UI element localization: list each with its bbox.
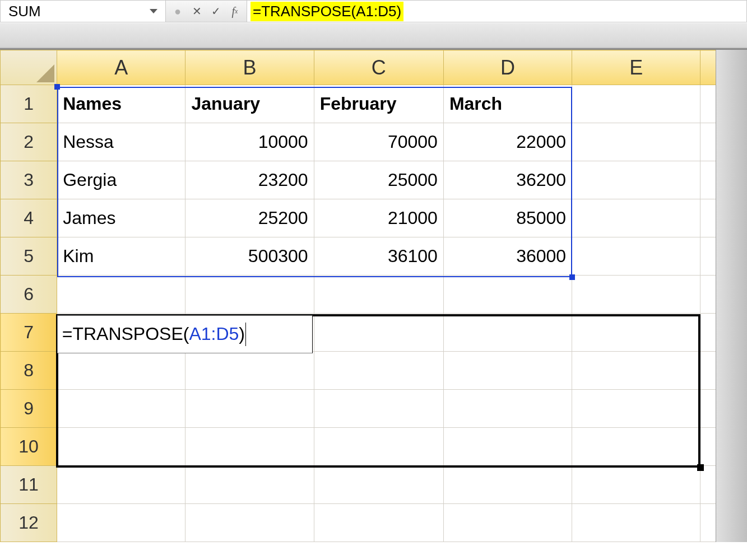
cell-E12[interactable] bbox=[572, 504, 700, 542]
cell-C8[interactable] bbox=[314, 352, 443, 390]
scrollbar-vertical[interactable] bbox=[716, 50, 747, 542]
corner-triangle-icon bbox=[36, 64, 54, 82]
cell-D7[interactable] bbox=[443, 314, 572, 352]
cell-editor[interactable]: =TRANSPOSE(A1:D5) bbox=[57, 315, 313, 353]
cell-E9[interactable] bbox=[572, 390, 700, 428]
row-header-9[interactable]: 9 bbox=[1, 390, 57, 428]
cell-E6[interactable] bbox=[572, 276, 700, 314]
cell-D4[interactable]: 85000 bbox=[443, 199, 572, 237]
fx-icon[interactable]: fx bbox=[225, 1, 244, 22]
formula-bar-text: =TRANSPOSE(A1:D5) bbox=[250, 2, 403, 21]
cell-D11[interactable] bbox=[443, 466, 572, 504]
cell-A9[interactable] bbox=[57, 390, 185, 428]
enter-icon[interactable]: ✓ bbox=[206, 1, 225, 22]
row-header-8[interactable]: 8 bbox=[1, 352, 57, 390]
formula-bar-buttons: ● ✕ ✓ fx bbox=[166, 1, 247, 22]
cell-E1[interactable] bbox=[572, 85, 700, 123]
selection-fill-handle[interactable] bbox=[697, 464, 704, 471]
cell-C5[interactable]: 36100 bbox=[314, 237, 443, 276]
cell-B10[interactable] bbox=[185, 428, 314, 466]
cell-C3[interactable]: 25000 bbox=[314, 161, 443, 199]
col-header-D[interactable]: D bbox=[443, 50, 572, 85]
cell-B8[interactable] bbox=[185, 352, 314, 390]
cell-C2[interactable]: 70000 bbox=[314, 123, 443, 161]
row-header-1[interactable]: 1 bbox=[1, 85, 57, 123]
cell-A2[interactable]: Nessa bbox=[57, 123, 185, 161]
cell-B12[interactable] bbox=[185, 504, 314, 542]
cell-E3[interactable] bbox=[572, 161, 700, 199]
row-header-4[interactable]: 4 bbox=[1, 199, 57, 237]
cell-B3[interactable]: 23200 bbox=[185, 161, 314, 199]
row-header-10[interactable]: 10 bbox=[1, 428, 57, 466]
cell-C6[interactable] bbox=[314, 276, 443, 314]
cell-A3[interactable]: Gergia bbox=[57, 161, 185, 199]
cell-A4[interactable]: James bbox=[57, 199, 185, 237]
cell-D5[interactable]: 36000 bbox=[443, 237, 572, 276]
cell-B11[interactable] bbox=[185, 466, 314, 504]
text-caret bbox=[245, 323, 246, 346]
formula-suffix: ) bbox=[239, 324, 245, 344]
cell-B1[interactable]: January bbox=[185, 85, 314, 123]
cell-D1[interactable]: March bbox=[443, 85, 572, 123]
cell-E5[interactable] bbox=[572, 237, 700, 276]
row-header-11[interactable]: 11 bbox=[1, 466, 57, 504]
name-box[interactable]: SUM bbox=[1, 1, 166, 22]
cell-B5[interactable]: 500300 bbox=[185, 237, 314, 276]
range-handle-tl[interactable] bbox=[54, 84, 60, 90]
row-header-6[interactable]: 6 bbox=[1, 276, 57, 314]
ribbon-spacer bbox=[0, 22, 747, 47]
range-handle-br[interactable] bbox=[569, 274, 575, 280]
cell-C9[interactable] bbox=[314, 390, 443, 428]
cell-A6[interactable] bbox=[57, 276, 185, 314]
worksheet[interactable]: A B C D E 1 Names January February March… bbox=[0, 48, 747, 542]
cell-C12[interactable] bbox=[314, 504, 443, 542]
cell-D3[interactable]: 36200 bbox=[443, 161, 572, 199]
row-header-3[interactable]: 3 bbox=[1, 161, 57, 199]
circle-icon: ● bbox=[168, 1, 187, 22]
cell-E7[interactable] bbox=[572, 314, 700, 352]
row-header-7[interactable]: 7 bbox=[1, 314, 57, 352]
cell-B4[interactable]: 25200 bbox=[185, 199, 314, 237]
cell-C10[interactable] bbox=[314, 428, 443, 466]
cell-E2[interactable] bbox=[572, 123, 700, 161]
cell-B6[interactable] bbox=[185, 276, 314, 314]
cell-D9[interactable] bbox=[443, 390, 572, 428]
col-header-E[interactable]: E bbox=[572, 50, 700, 85]
cell-B2[interactable]: 10000 bbox=[185, 123, 314, 161]
cell-A5[interactable]: Kim bbox=[57, 237, 185, 276]
name-box-value: SUM bbox=[8, 3, 41, 20]
col-header-B[interactable]: B bbox=[185, 50, 314, 85]
cell-C1[interactable]: February bbox=[314, 85, 443, 123]
cell-C7[interactable] bbox=[314, 314, 443, 352]
row-header-2[interactable]: 2 bbox=[1, 123, 57, 161]
select-all-corner[interactable] bbox=[1, 50, 57, 85]
chevron-down-icon[interactable] bbox=[150, 9, 157, 13]
cell-A12[interactable] bbox=[57, 504, 185, 542]
cell-A1[interactable]: Names bbox=[57, 85, 185, 123]
cell-E11[interactable] bbox=[572, 466, 700, 504]
cancel-icon[interactable]: ✕ bbox=[187, 1, 206, 22]
formula-range: A1:D5 bbox=[189, 324, 239, 344]
formula-bar-area: SUM ● ✕ ✓ fx =TRANSPOSE(A1:D5) bbox=[0, 0, 747, 48]
col-header-C[interactable]: C bbox=[314, 50, 443, 85]
cell-D2[interactable]: 22000 bbox=[443, 123, 572, 161]
cell-C11[interactable] bbox=[314, 466, 443, 504]
cell-B9[interactable] bbox=[185, 390, 314, 428]
cell-A10[interactable] bbox=[57, 428, 185, 466]
row-header-12[interactable]: 12 bbox=[1, 504, 57, 542]
cell-D6[interactable] bbox=[443, 276, 572, 314]
cell-A11[interactable] bbox=[57, 466, 185, 504]
cell-E4[interactable] bbox=[572, 199, 700, 237]
cell-D8[interactable] bbox=[443, 352, 572, 390]
cell-C4[interactable]: 21000 bbox=[314, 199, 443, 237]
cell-A8[interactable] bbox=[57, 352, 185, 390]
cell-E8[interactable] bbox=[572, 352, 700, 390]
cell-D10[interactable] bbox=[443, 428, 572, 466]
formula-prefix: =TRANSPOSE( bbox=[62, 324, 189, 344]
col-header-A[interactable]: A bbox=[57, 50, 185, 85]
row-header-5[interactable]: 5 bbox=[1, 237, 57, 276]
cell-E10[interactable] bbox=[572, 428, 700, 466]
formula-bar-input[interactable]: =TRANSPOSE(A1:D5) bbox=[247, 1, 746, 22]
cell-D12[interactable] bbox=[443, 504, 572, 542]
